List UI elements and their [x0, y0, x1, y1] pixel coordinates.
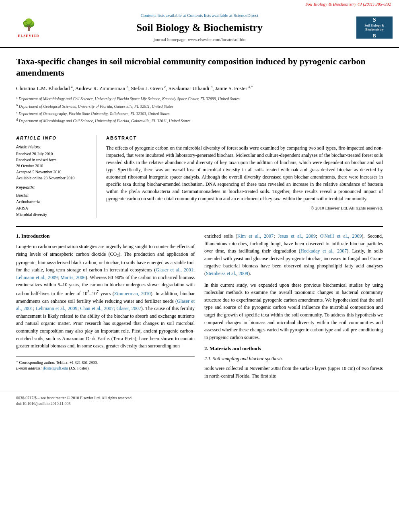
- email-note: E-mail address: jfoster@ufl.edu (J.S. Fo…: [16, 366, 195, 371]
- section1-heading: 1. Introduction: [16, 232, 195, 240]
- keyword-biochar: Biochar: [16, 192, 90, 199]
- journal-logo-text: S Soil Biology & Biochemistry B: [364, 16, 384, 39]
- article-info-panel: ARTICLE INFO Article history: Received 2…: [16, 135, 97, 218]
- right-column: enriched soils (Kim et al., 2007; Jesus …: [204, 232, 383, 384]
- ref-hockaday2007: Hockaday et al., 2007: [300, 248, 347, 254]
- affiliation-c: c Department of Oceanography, Florida St…: [16, 110, 383, 117]
- elsevier-brand-text: ELSEVIER: [18, 33, 39, 39]
- journal-header: 🌳 ELSEVIER Contents lists available at C…: [0, 8, 399, 47]
- sciencedirect-link: Contents lists available at Contents lis…: [51, 12, 348, 18]
- history-label: Article history:: [16, 144, 90, 150]
- main-body: 1. Introduction Long-term carbon sequest…: [16, 226, 383, 384]
- issn-text: 0038-0717/$ – see front matter © 2010 El…: [16, 396, 132, 400]
- ref-steinbeiss2009: Steinbeiss et al., 2009: [206, 271, 248, 276]
- abstract-panel: ABSTRACT The effects of pyrogenic carbon…: [106, 135, 383, 218]
- affiliations: a Department of Microbiology and Cell Sc…: [16, 95, 383, 124]
- tree-icon: 🌳: [22, 17, 36, 33]
- journal-ref-text: Soil Biology & Biochemistry 43 (2011) 38…: [306, 2, 391, 6]
- affiliation-b: b Department of Geological Sciences, Uni…: [16, 103, 383, 109]
- ref-kim2007: Kim et al., 2007: [237, 233, 274, 239]
- affiliation-a: a Department of Microbiology and Cell Sc…: [16, 95, 383, 102]
- journal-homepage: journal homepage: www.elsevier.com/locat…: [51, 37, 348, 43]
- section2-1-title: Soil sampling and biochar synthesis: [213, 356, 282, 362]
- content-area: Taxa-specific changes in soil microbial …: [0, 48, 399, 392]
- intro-paragraph-1: Long-term carbon sequestration strategie…: [16, 243, 195, 350]
- abstract-paragraph: The effects of pyrogenic carbon on the m…: [106, 144, 383, 202]
- ref-oneill2009: O'Neill et al., 2009: [320, 233, 362, 239]
- journal-title: Soil Biology & Biochemistry: [51, 21, 348, 35]
- section2-number: 2.: [204, 345, 208, 351]
- elsevier-logo-area: 🌳 ELSEVIER: [6, 17, 51, 39]
- journal-logo-area: S Soil Biology & Biochemistry B: [348, 16, 393, 39]
- keyword-actinobacteria: Actinobacteria: [16, 199, 90, 205]
- keywords-list: Biochar Actinobacteria ARISA Microbial d…: [16, 192, 90, 218]
- abstract-heading: ABSTRACT: [106, 135, 383, 141]
- corresponding-author-note: * Corresponding author. Tel/fax: +1 321 …: [16, 360, 195, 366]
- footnotes: * Corresponding author. Tel/fax: +1 321 …: [16, 356, 195, 371]
- article-dates: Received 20 July 2010 Received in revise…: [16, 151, 90, 181]
- ref-chan2007: Chan et al., 2007: [80, 306, 113, 311]
- ref-lehmann2009b: Lehmann et al., 2009: [36, 306, 77, 311]
- journal-info: Contents lists available at Contents lis…: [51, 12, 348, 43]
- section2-heading: 2. Materials and methods: [204, 345, 383, 352]
- elsevier-logo: 🌳 ELSEVIER: [6, 17, 51, 39]
- keyword-microbial-diversity: Microbial diversity: [16, 212, 90, 218]
- journal-logo: S Soil Biology & Biochemistry B: [356, 16, 393, 39]
- section2-1-text: Soils were collected in November 2008 fr…: [204, 365, 383, 380]
- section2-1-heading: 2.1. Soil sampling and biochar synthesis: [204, 355, 383, 362]
- ref-marris2006: Marris, 2006: [60, 275, 86, 280]
- keyword-arisa: ARISA: [16, 205, 90, 212]
- abstract-text: The effects of pyrogenic carbon on the m…: [106, 144, 383, 212]
- article-info-heading: ARTICLE INFO: [16, 135, 90, 141]
- journal-reference: Soil Biology & Biochemistry 43 (2011) 38…: [0, 0, 399, 8]
- email-link: jfoster@ufl.edu: [43, 366, 68, 370]
- ref-lehmann2009: Lehmann et al., 2009: [16, 275, 58, 280]
- ref-zimmerman2010: Zimmerman, 2010: [114, 291, 151, 296]
- article-title: Taxa-specific changes in soil microbial …: [16, 56, 383, 79]
- copyright-notice: © 2010 Elsevier Ltd. All rights reserved…: [106, 205, 383, 212]
- intro-paragraph-2: enriched soils (Kim et al., 2007; Jesus …: [204, 232, 383, 277]
- sciencedirect-text: Contents lists available at ScienceDirec…: [187, 13, 258, 18]
- article-info-abstract: ARTICLE INFO Article history: Received 2…: [16, 130, 383, 218]
- ref-jesus2009: Jesus et al., 2009: [278, 233, 316, 239]
- doi-text: doi:10.1016/j.soilbio.2010.11.005: [16, 401, 70, 406]
- section1-title: Introduction: [21, 233, 50, 239]
- ref-glaser2001: Glaser et al., 2001: [156, 267, 193, 273]
- bottom-bar: 0038-0717/$ – see front matter © 2010 El…: [0, 392, 399, 410]
- keywords-heading: Keywords:: [16, 185, 90, 191]
- authors-line: Christina L.M. Khodadad a, Andrew R. Zim…: [16, 84, 383, 92]
- ref-glaser2007: Glaser, 2007: [116, 306, 141, 311]
- section2-title: Materials and methods: [210, 345, 261, 351]
- left-column: 1. Introduction Long-term carbon sequest…: [16, 232, 195, 384]
- intro-paragraph-3: In this current study, we expanded upon …: [204, 281, 383, 341]
- section2-1-number: 2.1.: [204, 356, 212, 362]
- affiliation-d: d Department of Microbiology and Cell Sc…: [16, 117, 383, 124]
- section1-number: 1.: [16, 233, 20, 239]
- two-column-text: 1. Introduction Long-term carbon sequest…: [16, 232, 383, 384]
